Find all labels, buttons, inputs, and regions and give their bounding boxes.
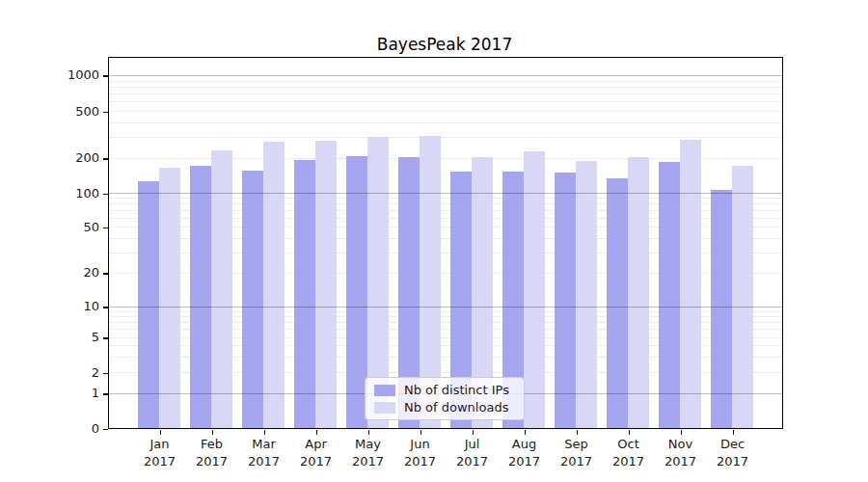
y-tick-label: 5 bbox=[0, 330, 99, 345]
y-tick bbox=[103, 429, 108, 431]
y-tick-label: 1 bbox=[0, 386, 99, 401]
legend-item-downloads: Nb of downloads bbox=[374, 400, 515, 415]
y-tick bbox=[103, 228, 108, 229]
gridline-minor bbox=[109, 87, 782, 88]
y-tick bbox=[103, 112, 108, 114]
y-tick-label: 0 bbox=[0, 421, 99, 437]
bar-distinct-ips-sep bbox=[555, 173, 576, 428]
x-tick bbox=[420, 430, 422, 435]
bar-downloads-dec bbox=[732, 166, 753, 428]
y-tick-label: 500 bbox=[0, 104, 99, 120]
gridline-major bbox=[109, 307, 782, 308]
legend-label-distinct-ips: Nb of distinct IPs bbox=[404, 383, 509, 397]
gridline-major bbox=[109, 75, 782, 76]
legend-swatch-distinct-ips bbox=[374, 385, 395, 396]
y-tick bbox=[103, 75, 108, 77]
x-tick bbox=[368, 430, 370, 435]
legend-item-distinct-ips: Nb of distinct IPs bbox=[374, 383, 515, 397]
bar-downloads-oct bbox=[628, 157, 649, 428]
bar-downloads-nov bbox=[680, 140, 701, 429]
y-tick bbox=[103, 273, 108, 275]
chart-title: BayesPeak 2017 bbox=[108, 35, 781, 54]
y-tick-label: 10 bbox=[0, 299, 99, 314]
legend-label-downloads: Nb of downloads bbox=[404, 400, 508, 415]
x-tick bbox=[681, 430, 683, 435]
y-tick-label: 50 bbox=[0, 220, 99, 235]
y-tick bbox=[103, 307, 108, 308]
y-tick bbox=[103, 337, 108, 339]
bar-distinct-ips-mar bbox=[242, 171, 263, 428]
legend-swatch-downloads bbox=[374, 402, 395, 414]
y-tick bbox=[103, 373, 108, 375]
y-tick-label: 20 bbox=[0, 265, 99, 281]
gridline-minor bbox=[109, 101, 782, 102]
x-tick bbox=[733, 430, 735, 435]
plot-area: Nb of distinct IPs Nb of downloads bbox=[108, 57, 783, 429]
bar-distinct-ips-nov bbox=[659, 162, 680, 428]
bar-downloads-sep bbox=[576, 161, 597, 429]
x-tick bbox=[629, 430, 631, 435]
gridline-minor bbox=[109, 122, 782, 123]
x-tick bbox=[160, 430, 162, 435]
y-tick bbox=[103, 194, 108, 196]
x-tick bbox=[264, 430, 266, 435]
gridline-minor bbox=[109, 137, 782, 138]
bar-downloads-mar bbox=[263, 142, 285, 428]
x-tick bbox=[212, 430, 214, 435]
bar-distinct-ips-feb bbox=[190, 166, 211, 428]
x-tick bbox=[473, 430, 475, 435]
y-tick-label: 2 bbox=[0, 365, 99, 381]
bar-downloads-apr bbox=[315, 141, 337, 428]
x-tick bbox=[316, 430, 318, 435]
y-tick bbox=[103, 158, 108, 160]
y-tick-label: 200 bbox=[0, 150, 99, 166]
y-tick-label: 1000 bbox=[0, 67, 99, 83]
bar-downloads-jan bbox=[159, 168, 180, 428]
gridline-major bbox=[109, 193, 782, 194]
gridline-minor bbox=[109, 94, 782, 94]
bar-distinct-ips-jan bbox=[138, 181, 159, 428]
x-tick bbox=[577, 430, 579, 435]
gridline-minor bbox=[109, 81, 782, 82]
bar-distinct-ips-oct bbox=[607, 178, 628, 428]
chart-figure: BayesPeak 2017 Nb of distinct IPs Nb of … bbox=[0, 0, 868, 482]
x-tick bbox=[525, 430, 527, 435]
y-tick-label: 100 bbox=[0, 186, 99, 201]
y-tick bbox=[103, 393, 108, 395]
gridline-minor bbox=[109, 111, 782, 112]
x-tick-label: Dec 2017 bbox=[702, 436, 764, 470]
bar-distinct-ips-apr bbox=[294, 160, 315, 428]
legend: Nb of distinct IPs Nb of downloads bbox=[365, 377, 525, 420]
